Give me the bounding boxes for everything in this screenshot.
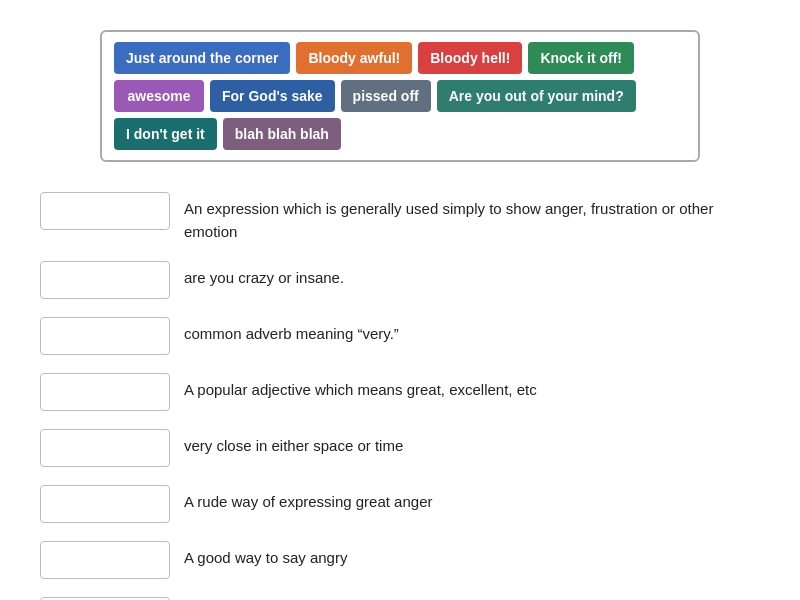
- definition-row-3: common adverb meaning “very.”: [40, 317, 760, 355]
- definition-text-4: A popular adjective which means great, e…: [184, 373, 537, 402]
- definition-row-2: are you crazy or insane.: [40, 261, 760, 299]
- answer-box-6[interactable]: [40, 485, 170, 523]
- answer-box-5[interactable]: [40, 429, 170, 467]
- tile-bloody-awful[interactable]: Bloody awful!: [296, 42, 412, 74]
- definition-text-1: An expression which is generally used si…: [184, 192, 760, 243]
- answer-box-1[interactable]: [40, 192, 170, 230]
- tile-are-you-out[interactable]: Are you out of your mind?: [437, 80, 636, 112]
- tile-i-dont-get-it[interactable]: I don't get it: [114, 118, 217, 150]
- tile-blah-blah[interactable]: blah blah blah: [223, 118, 341, 150]
- answer-box-3[interactable]: [40, 317, 170, 355]
- word-bank: Just around the cornerBloody awful!Blood…: [100, 30, 700, 162]
- definition-row-4: A popular adjective which means great, e…: [40, 373, 760, 411]
- definition-row-7: A good way to say angry: [40, 541, 760, 579]
- definition-text-5: very close in either space or time: [184, 429, 403, 458]
- tile-for-gods-sake[interactable]: For God's sake: [210, 80, 335, 112]
- tile-awesome[interactable]: awesome: [114, 80, 204, 112]
- definition-text-6: A rude way of expressing great anger: [184, 485, 432, 514]
- definition-row-1: An expression which is generally used si…: [40, 192, 760, 243]
- definitions-container: An expression which is generally used si…: [40, 192, 760, 600]
- answer-box-2[interactable]: [40, 261, 170, 299]
- answer-box-4[interactable]: [40, 373, 170, 411]
- tile-pissed-off[interactable]: pissed off: [341, 80, 431, 112]
- definition-text-2: are you crazy or insane.: [184, 261, 344, 290]
- tile-knock-it-off[interactable]: Knock it off!: [528, 42, 634, 74]
- definition-text-7: A good way to say angry: [184, 541, 347, 570]
- answer-box-7[interactable]: [40, 541, 170, 579]
- definition-row-6: A rude way of expressing great anger: [40, 485, 760, 523]
- definition-text-3: common adverb meaning “very.”: [184, 317, 399, 346]
- tile-bloody-hell[interactable]: Bloody hell!: [418, 42, 522, 74]
- definition-row-5: very close in either space or time: [40, 429, 760, 467]
- tile-just-around[interactable]: Just around the corner: [114, 42, 290, 74]
